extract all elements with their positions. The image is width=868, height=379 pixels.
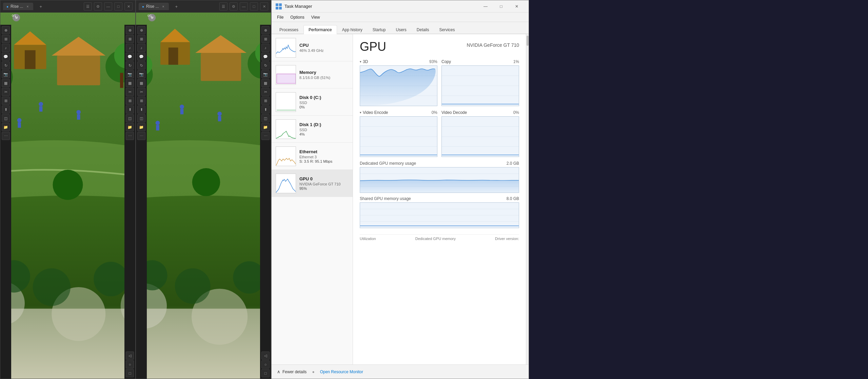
- border-btn[interactable]: ◫: [2, 114, 10, 122]
- l2-zoom-btn[interactable]: ⊕: [137, 26, 145, 34]
- rt-more-btn[interactable]: ⋯: [126, 132, 134, 140]
- rt-grid-btn[interactable]: ⊞: [126, 35, 134, 43]
- more-btn[interactable]: ⋯: [2, 132, 10, 140]
- close-btn-2[interactable]: ✕: [260, 2, 268, 11]
- bar-btn[interactable]: ▦: [2, 79, 10, 87]
- rt-zoom-btn[interactable]: ⊕: [126, 26, 134, 34]
- tab-performance[interactable]: Performance: [303, 25, 337, 34]
- menu-view[interactable]: View: [309, 14, 323, 20]
- tab-startup[interactable]: Startup: [368, 25, 391, 34]
- rt-grid2-btn[interactable]: ⊞: [126, 97, 134, 105]
- rt-vol-btn[interactable]: ♪: [126, 44, 134, 52]
- minimize-btn-2[interactable]: —: [240, 2, 248, 11]
- chat-btn[interactable]: 💬: [2, 53, 10, 61]
- tm-minimize-btn[interactable]: —: [478, 1, 493, 12]
- game-tab-1-close[interactable]: ×: [25, 4, 30, 9]
- tab-app-history[interactable]: App history: [337, 25, 368, 34]
- r2-back-btn[interactable]: ◁: [261, 352, 270, 360]
- r2-cut-btn[interactable]: ✂: [261, 88, 270, 96]
- tm-scrollbar-thumb[interactable]: [527, 36, 529, 46]
- rt-folder-btn[interactable]: 📁: [126, 123, 134, 131]
- rt-chat-btn[interactable]: 💬: [126, 53, 134, 61]
- l2-cut-btn[interactable]: ✂: [137, 88, 145, 96]
- sync-btn[interactable]: ↻: [2, 61, 10, 69]
- tm-close-btn[interactable]: ✕: [509, 1, 525, 12]
- 3d-chevron[interactable]: ▾: [360, 60, 361, 63]
- menu-file[interactable]: File: [274, 14, 286, 20]
- tm-restore-btn[interactable]: □: [493, 1, 509, 12]
- rt-square-btn[interactable]: □: [126, 369, 134, 377]
- r2-folder-btn[interactable]: 📁: [261, 123, 270, 131]
- r2-screen-btn[interactable]: 📷: [261, 70, 270, 78]
- l2-chat-btn[interactable]: 💬: [137, 53, 145, 61]
- settings-btn-1[interactable]: ⚙: [94, 2, 102, 11]
- open-resource-monitor-link[interactable]: Open Resource Monitor: [320, 370, 363, 374]
- r2-grid2-btn[interactable]: ⊞: [261, 97, 270, 105]
- l2-grid-btn[interactable]: ⊞: [137, 35, 145, 43]
- restore-btn-1[interactable]: □: [114, 2, 122, 11]
- r2-grid-btn[interactable]: ⊞: [261, 35, 270, 43]
- game-tab-2-close[interactable]: ×: [161, 4, 165, 9]
- screen-btn[interactable]: 📷: [2, 70, 10, 78]
- rt-back-btn[interactable]: ◁: [126, 352, 134, 360]
- export-btn[interactable]: ⬆: [2, 105, 10, 114]
- vol-btn[interactable]: ♪: [2, 44, 10, 52]
- sidebar-toggle-2[interactable]: ☰: [219, 2, 228, 11]
- zoom-btn[interactable]: ⊕: [2, 26, 10, 34]
- l2-folder-btn[interactable]: 📁: [137, 123, 145, 131]
- rt-export-btn[interactable]: ⬆: [126, 105, 134, 114]
- resource-item-gpu0[interactable]: GPU 0 NVIDIA GeForce GT 710 95%: [272, 170, 353, 197]
- tm-scrollbar[interactable]: [526, 34, 529, 364]
- resource-item-memory[interactable]: Memory 8.1/16.0 GB (51%): [272, 61, 353, 88]
- rt-sync-btn[interactable]: ↻: [126, 61, 134, 69]
- r2-zoom-btn[interactable]: ⊕: [261, 26, 270, 34]
- r2-export-btn[interactable]: ⬆: [261, 105, 270, 114]
- r2-border-btn[interactable]: ◫: [261, 114, 270, 122]
- svg-point-13: [39, 102, 43, 106]
- resource-item-disk0[interactable]: Disk 0 (C:) SSD 0%: [272, 88, 353, 116]
- new-tab-btn[interactable]: +: [37, 2, 45, 11]
- r2-bar-btn[interactable]: ▦: [261, 79, 270, 87]
- l2-more-btn[interactable]: ⋯: [137, 132, 145, 140]
- encode-chevron[interactable]: ▾: [360, 111, 361, 114]
- folder-btn[interactable]: 📁: [2, 123, 10, 131]
- grid-btn[interactable]: ⊞: [2, 35, 10, 43]
- r2-more-btn[interactable]: ⋯: [261, 132, 270, 140]
- resource-item-disk1[interactable]: Disk 1 (D:) SSD 4%: [272, 116, 353, 143]
- sidebar-toggle-1[interactable]: ☰: [84, 2, 92, 11]
- rt-cut-btn[interactable]: ✂: [126, 88, 134, 96]
- settings-btn-2[interactable]: ⚙: [230, 2, 238, 11]
- tab-users[interactable]: Users: [391, 25, 411, 34]
- rt-border-btn[interactable]: ◫: [126, 114, 134, 122]
- r2-square-btn[interactable]: □: [261, 369, 270, 377]
- game-tab-1[interactable]: ● Rise ... ×: [3, 3, 33, 10]
- tab-details[interactable]: Details: [412, 25, 434, 34]
- l2-grid2-btn[interactable]: ⊞: [137, 97, 145, 105]
- game-tab-2[interactable]: ● Rise ... ×: [139, 3, 169, 10]
- grid2-btn[interactable]: ⊞: [2, 97, 10, 105]
- rt-circle-btn[interactable]: ○: [126, 360, 134, 368]
- rt-bar-btn[interactable]: ▦: [126, 79, 134, 87]
- l2-screen-btn[interactable]: 📷: [137, 70, 145, 78]
- l2-export-btn[interactable]: ⬆: [137, 105, 145, 114]
- close-btn-1[interactable]: ✕: [124, 2, 133, 11]
- r2-circle-btn[interactable]: ○: [261, 360, 270, 368]
- r2-vol-btn[interactable]: ♪: [261, 44, 270, 52]
- fewer-details-btn[interactable]: ∧ Fewer details: [277, 369, 307, 374]
- l2-vol-btn[interactable]: ♪: [137, 44, 145, 52]
- tab-processes[interactable]: Processes: [274, 25, 303, 34]
- resource-item-ethernet[interactable]: Ethernet Ethernet 3 S: 3.5 R: 95.1 Mbps: [272, 143, 353, 170]
- l2-bar-btn[interactable]: ▦: [137, 79, 145, 87]
- menu-options[interactable]: Options: [288, 14, 307, 20]
- l2-sync-btn[interactable]: ↻: [137, 61, 145, 69]
- cut-btn[interactable]: ✂: [2, 88, 10, 96]
- l2-border-btn[interactable]: ◫: [137, 114, 145, 122]
- r2-chat-btn[interactable]: 💬: [261, 53, 270, 61]
- r2-sync-btn[interactable]: ↻: [261, 61, 270, 69]
- restore-btn-2[interactable]: □: [250, 2, 258, 11]
- new-tab-btn-2[interactable]: +: [172, 2, 180, 11]
- minimize-btn-1[interactable]: —: [104, 2, 112, 11]
- resource-item-cpu[interactable]: CPU 46% 3.49 GHz: [272, 34, 353, 61]
- rt-screen-btn[interactable]: 📷: [126, 70, 134, 78]
- tab-services[interactable]: Services: [434, 25, 460, 34]
